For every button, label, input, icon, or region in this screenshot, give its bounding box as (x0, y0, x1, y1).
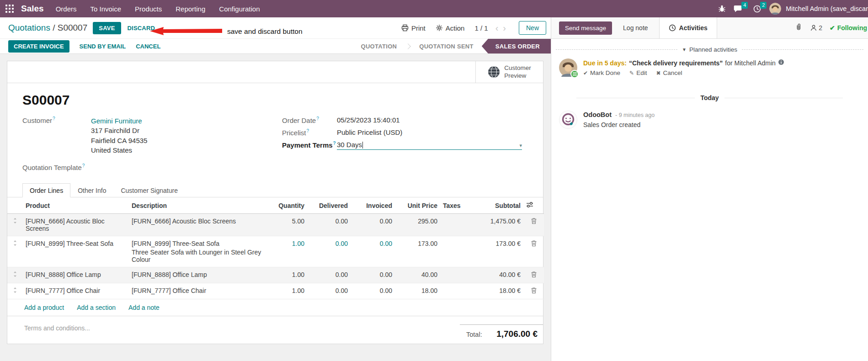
save-button[interactable]: SAVE (93, 22, 121, 34)
customer-preview-button[interactable]: CustomerPreview (475, 61, 543, 83)
terms-placeholder[interactable]: Terms and conditions... (24, 324, 90, 339)
log-note-button[interactable]: Log note (623, 24, 648, 32)
mark-done-button[interactable]: ✔Mark Done (583, 69, 620, 76)
add-product-link[interactable]: Add a product (24, 304, 64, 311)
col-description[interactable]: Description (129, 197, 266, 214)
customer-street: 317 Fairchild Dr (91, 126, 147, 135)
delete-row-button[interactable] (523, 214, 544, 236)
printer-icon (401, 24, 409, 32)
drag-handle-icon[interactable] (7, 267, 23, 283)
today-label: Today (700, 94, 719, 101)
activity-item: Due in 5 days: “Check delivery requireme… (551, 57, 868, 80)
form-fields: Customer? Gemini Furniture 317 Fairchild… (7, 116, 543, 175)
delete-row-button[interactable] (523, 236, 544, 267)
form-view-background: CustomerPreview S00007 Customer? Gemini … (0, 54, 551, 361)
cancel-activity-button[interactable]: ✖Cancel (656, 69, 682, 76)
odoobot-avatar[interactable] (559, 122, 577, 130)
drag-handle-icon[interactable] (7, 283, 23, 299)
col-invoiced[interactable]: Invoiced (351, 197, 395, 214)
nav-menu-reporting[interactable]: Reporting (176, 5, 205, 13)
tab-customer-signature[interactable]: Customer Signature (113, 183, 185, 197)
clock-icon (669, 24, 676, 32)
delete-row-button[interactable] (523, 283, 544, 299)
optional-columns-button[interactable] (523, 197, 544, 214)
app-name[interactable]: Sales (21, 4, 44, 14)
schedule-activity-button[interactable]: Activities (659, 17, 717, 38)
pager-previous-icon[interactable]: ‹ (494, 23, 501, 32)
status-step-quotation[interactable]: QUOTATION (352, 39, 405, 53)
activities-clock-icon[interactable]: 2 (753, 5, 761, 13)
col-quantity[interactable]: Quantity (266, 197, 307, 214)
caret-down-icon: ▼ (682, 47, 687, 52)
nav-menu-orders[interactable]: Orders (56, 5, 77, 13)
info-icon[interactable] (778, 59, 784, 67)
user-menu[interactable]: Mitchell Admin (save_discar (786, 5, 868, 12)
table-row[interactable]: [FURN_7777] Office Chair [FURN_7777] Off… (7, 283, 544, 299)
following-button[interactable]: ✔ Following (830, 24, 867, 32)
followers-count: 2 (819, 24, 822, 32)
table-row[interactable]: [FURN_8999] Three-Seat Sofa [FURN_8999] … (7, 236, 544, 267)
tab-order-lines[interactable]: Order Lines (22, 183, 70, 197)
followers-button[interactable]: 2 (810, 24, 822, 32)
new-button[interactable]: New (519, 21, 546, 35)
col-delivered[interactable]: Delivered (307, 197, 351, 214)
activity-type-badge-icon (570, 70, 579, 78)
breadcrumb-current: S00007 (58, 23, 88, 32)
col-subtotal[interactable]: Subtotal (472, 197, 523, 214)
followers-icon (810, 24, 817, 32)
breadcrumb-quotations[interactable]: Quotations (8, 23, 50, 32)
status-step-quotation-sent[interactable]: QUOTATION SENT (411, 39, 482, 53)
debug-bug-icon[interactable] (719, 5, 725, 12)
drag-handle-icon[interactable] (7, 236, 23, 267)
planned-activities-divider: ▼ Planned activities (556, 46, 863, 53)
chatter-toolbar: Send message Log note Activities 2 ✔ Fol… (551, 17, 868, 39)
trash-icon (531, 287, 537, 294)
trash-icon (531, 240, 537, 247)
drag-handle-icon[interactable] (7, 214, 23, 236)
customer-country: United States (91, 145, 147, 155)
text-cursor (362, 142, 363, 149)
attach-files-button[interactable] (795, 23, 803, 33)
payment-terms-field[interactable]: 30 Days ▾ (337, 141, 522, 150)
customer-link[interactable]: Gemini Furniture (91, 116, 147, 126)
table-header-row: Product Description Quantity Delivered I… (7, 197, 544, 214)
check-icon: ✔ (583, 70, 588, 76)
total-box: Total: 1,706.00 € (460, 324, 543, 339)
table-row[interactable]: [FURN_6666] Acoustic Bloc Screens [FURN_… (7, 214, 544, 236)
chatter-panel: Send message Log note Activities 2 ✔ Fol… (551, 17, 868, 361)
apps-grid-icon[interactable] (5, 4, 15, 13)
add-section-link[interactable]: Add a section (77, 304, 116, 311)
col-unit-price[interactable]: Unit Price (395, 197, 440, 214)
table-row[interactable]: [FURN_8888] Office Lamp [FURN_8888] Offi… (7, 267, 544, 283)
messages-icon[interactable]: 4 (734, 5, 742, 13)
form-sheet: CustomerPreview S00007 Customer? Gemini … (7, 61, 543, 344)
pricelist-field[interactable]: Public Pricelist (USD) (337, 128, 402, 137)
order-date-field[interactable]: 05/25/2023 15:40:01 (337, 116, 400, 124)
col-taxes[interactable]: Taxes (440, 197, 472, 214)
dropdown-caret-icon[interactable]: ▾ (519, 143, 522, 149)
check-icon: ✔ (830, 24, 835, 32)
messages-count-badge: 4 (741, 2, 748, 9)
main-column: Quotations / S00007 SAVE DISCARD save an… (0, 17, 551, 361)
send-message-button[interactable]: Send message (559, 21, 612, 35)
cancel-button[interactable]: CANCEL (136, 43, 160, 50)
action-button[interactable]: Action (436, 24, 465, 32)
print-button[interactable]: Print (401, 24, 426, 32)
edit-activity-button[interactable]: ✎Edit (629, 69, 647, 76)
pager: 1 / 1 (474, 24, 488, 32)
nav-menu-products[interactable]: Products (135, 5, 162, 13)
add-note-link[interactable]: Add a note (128, 304, 160, 311)
delete-row-button[interactable] (523, 267, 544, 283)
create-invoice-button[interactable]: CREATE INVOICE (8, 40, 69, 53)
user-avatar[interactable] (769, 3, 781, 15)
col-product[interactable]: Product (23, 197, 129, 214)
message-author[interactable]: OdooBot (583, 111, 612, 118)
status-step-sales-order[interactable]: SALES ORDER (482, 39, 551, 53)
send-by-email-button[interactable]: SEND BY EMAIL (80, 43, 126, 50)
today-divider: Today (576, 94, 843, 101)
planned-activities-toggle[interactable]: ▼ Planned activities (682, 46, 737, 53)
nav-menu-configuration[interactable]: Configuration (219, 5, 260, 13)
pager-next-icon[interactable]: › (501, 23, 508, 32)
tab-other-info[interactable]: Other Info (70, 183, 113, 197)
nav-menu-to-invoice[interactable]: To Invoice (91, 5, 122, 13)
